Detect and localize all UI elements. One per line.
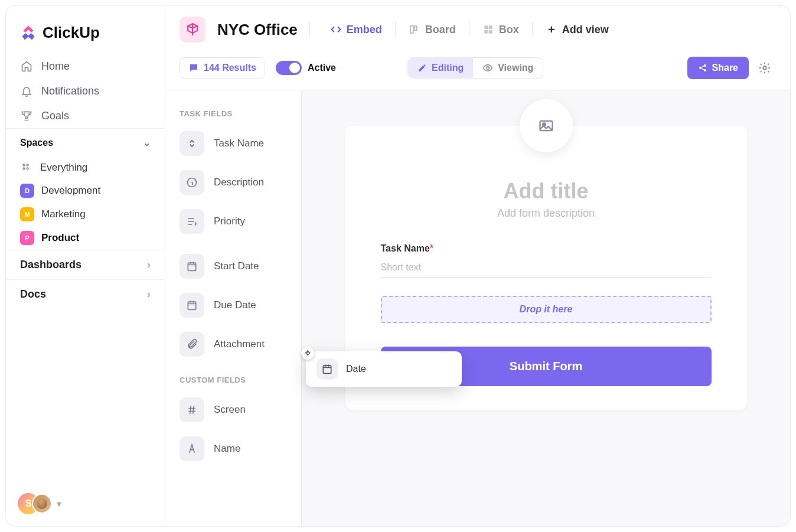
- add-view-label: Add view: [562, 24, 609, 36]
- topbar: NYC Office Embed Board Box: [165, 6, 790, 51]
- chevron-right-icon: ›: [147, 288, 151, 301]
- brand-name: ClickUp: [43, 24, 100, 42]
- view-tab-board[interactable]: Board: [406, 21, 458, 38]
- dragging-field-chip[interactable]: ✥ Date: [306, 351, 462, 387]
- caret-down-icon: ▾: [57, 498, 61, 510]
- hash-icon: [180, 397, 204, 422]
- svg-point-13: [704, 69, 706, 71]
- space-marketing[interactable]: M Marketing: [6, 203, 165, 226]
- field-screen-label: Screen: [214, 404, 246, 416]
- project-icon[interactable]: [180, 17, 205, 43]
- settings-button[interactable]: [758, 61, 771, 74]
- active-toggle[interactable]: Active: [276, 61, 336, 75]
- eye-icon: [482, 63, 493, 73]
- user-switcher[interactable]: S ▾: [6, 487, 165, 520]
- form-title-input[interactable]: Add title: [381, 179, 712, 204]
- task-fields-header: TASK FIELDS: [180, 109, 301, 118]
- field-task-name[interactable]: Task Name: [180, 124, 301, 163]
- toggle-switch-icon: [276, 61, 302, 75]
- nav-goals-label: Goals: [41, 110, 69, 122]
- viewing-label: Viewing: [498, 63, 533, 73]
- calendar-icon: [180, 293, 204, 318]
- plus-icon: +: [546, 24, 557, 35]
- add-view-button[interactable]: + Add view: [543, 21, 611, 38]
- dragging-field-label: Date: [346, 364, 366, 374]
- brand-logo[interactable]: ClickUp: [6, 18, 165, 54]
- field-priority-label: Priority: [214, 216, 245, 227]
- view-tab-box[interactable]: Box: [480, 21, 521, 38]
- drop-zone[interactable]: Drop it here: [381, 296, 712, 323]
- svg-rect-4: [410, 26, 413, 33]
- space-product-label: Product: [41, 232, 79, 244]
- form-description-input[interactable]: Add form description: [381, 207, 712, 220]
- field-attachment[interactable]: Attachment: [180, 325, 301, 364]
- share-button[interactable]: Share: [687, 57, 749, 79]
- share-label: Share: [712, 63, 738, 73]
- field-description[interactable]: Description: [180, 163, 301, 202]
- svg-rect-20: [323, 365, 331, 373]
- task-name-label: Task Name*: [381, 243, 712, 254]
- clickup-logo-icon: [20, 25, 37, 41]
- space-everything[interactable]: Everything: [6, 156, 165, 179]
- svg-rect-17: [188, 302, 195, 309]
- attachment-icon: [180, 332, 204, 357]
- space-everything-label: Everything: [40, 162, 87, 174]
- share-icon: [698, 63, 707, 73]
- field-name[interactable]: Name: [180, 429, 301, 468]
- svg-point-3: [27, 168, 28, 169]
- nav-docs[interactable]: Docs ›: [6, 279, 165, 309]
- svg-rect-7: [489, 25, 492, 29]
- view-tab-board-label: Board: [425, 24, 456, 36]
- form-image-placeholder[interactable]: [520, 99, 573, 152]
- field-screen[interactable]: Screen: [180, 390, 301, 429]
- docs-label: Docs: [20, 288, 46, 301]
- field-start-date-label: Start Date: [214, 260, 259, 272]
- field-start-date[interactable]: Start Date: [180, 247, 301, 286]
- form-canvas: Add title Add form description Task Name…: [301, 90, 790, 526]
- trophy-icon: [20, 109, 33, 122]
- nav-dashboards[interactable]: Dashboards ›: [6, 250, 165, 279]
- user-avatar-photo: [32, 494, 52, 514]
- svg-point-0: [23, 164, 25, 166]
- nav-notifications-label: Notifications: [41, 85, 99, 97]
- nav-home[interactable]: Home: [6, 54, 165, 79]
- required-asterisk: *: [430, 243, 433, 253]
- results-label: 144 Results: [204, 63, 256, 73]
- space-product[interactable]: P Product: [6, 226, 165, 250]
- content: TASK FIELDS Task Name Description Priori…: [165, 90, 790, 526]
- view-tab-embed-label: Embed: [347, 24, 382, 36]
- field-priority[interactable]: Priority: [180, 202, 301, 241]
- svg-rect-8: [484, 30, 488, 34]
- view-tab-box-label: Box: [499, 24, 519, 36]
- view-tab-embed[interactable]: Embed: [328, 21, 384, 38]
- project-title: NYC Office: [217, 21, 298, 39]
- field-due-date[interactable]: Due Date: [180, 286, 301, 325]
- editing-button[interactable]: Editing: [408, 58, 473, 78]
- divider: [395, 22, 396, 37]
- task-name-icon: [180, 131, 204, 156]
- info-icon: [180, 170, 204, 195]
- avatar-stack: S: [18, 493, 53, 514]
- bell-icon: [20, 84, 33, 97]
- nav-notifications[interactable]: Notifications: [6, 79, 165, 103]
- space-development[interactable]: D Development: [6, 179, 165, 203]
- svg-point-14: [763, 66, 766, 70]
- home-icon: [20, 60, 33, 73]
- nav-goals[interactable]: Goals: [6, 103, 165, 128]
- spaces-header[interactable]: Spaces ⌄: [6, 128, 165, 156]
- svg-point-2: [23, 168, 25, 169]
- chevron-down-icon: ⌄: [143, 137, 151, 148]
- results-pill[interactable]: 144 Results: [180, 57, 265, 79]
- viewing-button[interactable]: Viewing: [473, 58, 543, 78]
- embed-icon: [330, 24, 342, 35]
- svg-point-10: [487, 67, 490, 70]
- edit-view-segment: Editing Viewing: [407, 57, 543, 79]
- svg-point-11: [699, 67, 702, 69]
- field-attachment-label: Attachment: [214, 338, 265, 350]
- task-name-input[interactable]: [381, 257, 712, 278]
- svg-rect-6: [484, 25, 488, 29]
- field-name-label: Name: [214, 443, 240, 455]
- view-tabs: Embed Board Box + Add view: [328, 21, 611, 38]
- space-development-label: Development: [41, 185, 100, 197]
- fields-panel: TASK FIELDS Task Name Description Priori…: [165, 90, 301, 526]
